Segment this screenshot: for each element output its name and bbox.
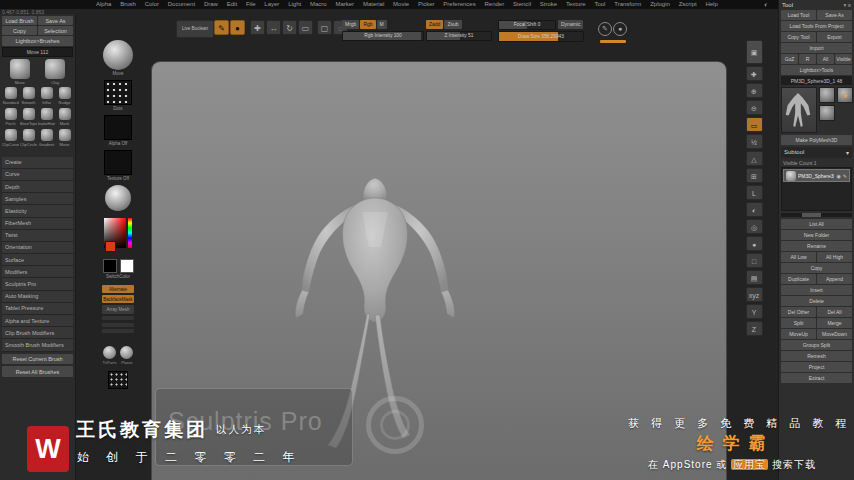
brush-size-slider[interactable]: Move 112	[2, 47, 73, 57]
brush-thumb[interactable]: MoveTopo	[20, 107, 37, 127]
eye-icon[interactable]: ◉	[836, 173, 840, 179]
menu-item[interactable]: Material	[363, 0, 384, 9]
brush-section[interactable]: Smooth Brush Modifiers	[2, 339, 73, 351]
backface-mask-button[interactable]: BackfaceMask	[102, 295, 134, 303]
subtool-list-item[interactable]: PM3D_Sphere3D ◉ ✎	[783, 169, 850, 182]
tool-thumb-mannequin[interactable]	[819, 87, 835, 103]
menu-item[interactable]: Render	[485, 0, 505, 9]
rotate-icon[interactable]: ↻	[282, 20, 297, 35]
frame-mesh-icon[interactable]: □	[746, 253, 763, 268]
rgb-intensity-slider[interactable]: Rgb Intensity 100	[342, 31, 424, 41]
menu-item[interactable]: Layer	[264, 0, 279, 9]
menu-icon[interactable]: ≡	[848, 2, 851, 8]
brush-thumb[interactable]: Clay	[45, 59, 65, 85]
persp-icon[interactable]: △	[746, 151, 763, 166]
subtool-button[interactable]: List All	[781, 219, 852, 229]
menu-item[interactable]: Brush	[120, 0, 136, 9]
save-tool-button[interactable]: Save As	[817, 10, 852, 20]
subtool-button[interactable]: All Low	[781, 252, 816, 262]
menu-item[interactable]: Help	[705, 0, 717, 9]
shelf-bottom-thumb[interactable]: Planar	[120, 346, 133, 365]
lightbox-tools-button[interactable]: Lightbox>Tools	[781, 65, 852, 75]
frame-icon[interactable]: ▭	[298, 20, 313, 35]
color-picker[interactable]	[104, 218, 132, 248]
m-button[interactable]: M	[377, 20, 387, 29]
brush-section[interactable]: Tablet Pressure	[2, 303, 73, 315]
mrgb-button[interactable]: Mrgb	[342, 20, 359, 29]
brush-section[interactable]: FiberMesh	[2, 218, 73, 230]
pen-pressure-icon[interactable]: ✎	[598, 22, 612, 36]
subtool-button[interactable]: All High	[817, 252, 852, 262]
menu-item[interactable]: Edit	[227, 0, 237, 9]
zsub-button[interactable]: Zsub	[444, 20, 461, 29]
menu-item[interactable]: Zplugin	[650, 0, 670, 9]
menu-item[interactable]: Stencil	[513, 0, 531, 9]
subtool-button[interactable]: MoveUp	[781, 329, 816, 339]
brush-section[interactable]: Orientation	[2, 242, 73, 254]
paint-icon[interactable]: ✎	[843, 173, 847, 179]
zoom-out-icon[interactable]: ⊖	[746, 100, 763, 115]
copy-brush-button[interactable]: Copy	[2, 26, 37, 35]
subtool-button[interactable]: Remesh	[781, 351, 852, 361]
subtool-button[interactable]: Insert	[781, 285, 852, 295]
z-axis-icon[interactable]: Z	[746, 321, 763, 336]
brush-thumb[interactable]: Inflat	[38, 86, 55, 106]
brush-section[interactable]: Clip Brush Modifiers	[2, 327, 73, 339]
material-sphere-thumb[interactable]	[105, 185, 131, 211]
lightbox-brushes-button[interactable]: Lightbox>Brushes	[2, 36, 73, 45]
brush-thumb[interactable]: Move	[10, 59, 30, 85]
panel-toggle-icon[interactable]: ◐	[764, 0, 768, 9]
z-intensity-slider[interactable]: Z Intensity 51	[426, 31, 492, 41]
subtool-button[interactable]: Copy	[781, 263, 852, 273]
brush-thumb[interactable]: ClipCircle	[20, 128, 37, 148]
menu-item[interactable]: Document	[168, 0, 195, 9]
menu-item[interactable]: Light	[288, 0, 301, 9]
subtool-button[interactable]: Rename	[781, 241, 852, 251]
dynamic-button[interactable]: Dynamic	[558, 20, 583, 29]
goz-visible-button[interactable]: Visible	[835, 54, 852, 64]
menu-item[interactable]: Alpha	[96, 0, 111, 9]
floor-icon[interactable]: ⊞	[746, 168, 763, 183]
brush-thumb[interactable]: Smooth	[20, 86, 37, 106]
menu-item[interactable]: Marker	[335, 0, 354, 9]
import-tool-button[interactable]: Import	[781, 43, 852, 53]
brush-thumb[interactable]: ClipCurve	[2, 128, 19, 148]
brush-thumb[interactable]: Nudge	[56, 86, 73, 106]
draw-pointer-icon[interactable]: ●	[230, 20, 245, 35]
actual-size-icon[interactable]: ▭	[746, 117, 763, 132]
rgb-button[interactable]: Rgb	[360, 20, 375, 29]
hue-strip[interactable]	[128, 218, 132, 248]
alpha-thumb[interactable]	[104, 115, 132, 140]
goz-button[interactable]: GoZ	[781, 54, 798, 64]
goz-all-button[interactable]: All	[817, 54, 834, 64]
subtool-section-title[interactable]: Subtool	[784, 149, 804, 156]
goz-r-button[interactable]: R	[799, 54, 816, 64]
menu-item[interactable]: Macro	[310, 0, 327, 9]
brush-section[interactable]: Sculptris Pro	[2, 278, 73, 290]
menu-item[interactable]: Stroke	[540, 0, 557, 9]
brush-thumb[interactable]: Mask	[56, 107, 73, 127]
reset-all-brushes-button[interactable]: Reset All Brushes	[2, 366, 73, 377]
brush-section[interactable]: Auto Masking	[2, 291, 73, 303]
copy-tool-button[interactable]: Copy Tool	[781, 32, 816, 42]
subtool-button[interactable]: Groups Split	[781, 340, 852, 350]
menu-item[interactable]: Transform	[614, 0, 641, 9]
subtool-button[interactable]: Del Other	[781, 307, 816, 317]
brush-section[interactable]: Elasticity	[2, 205, 73, 217]
load-tool-button[interactable]: Load Tool	[781, 10, 816, 20]
subtool-button[interactable]: Project	[781, 362, 852, 372]
make-polymesh3d-button[interactable]: Make PolyMesh3D	[781, 135, 852, 145]
edit-object-icon[interactable]: ✎	[214, 20, 229, 35]
subtool-button[interactable]: Duplicate	[781, 274, 816, 284]
subtool-button[interactable]: Del All	[817, 307, 852, 317]
menu-item[interactable]: Zscript	[679, 0, 697, 9]
subtool-button[interactable]: Append	[817, 274, 852, 284]
local-sym-icon[interactable]: L	[746, 185, 763, 200]
y-axis-icon[interactable]: Y	[746, 304, 763, 319]
scale-icon[interactable]: ↔	[266, 20, 281, 35]
sel-rect-icon[interactable]: ▢	[317, 20, 332, 35]
array-mesh-button[interactable]: Array Mesh	[102, 305, 134, 313]
focal-shift-slider[interactable]: Focal Shift 0	[498, 20, 556, 30]
texture-thumb[interactable]	[104, 150, 132, 175]
brush-section[interactable]: Surface	[2, 254, 73, 266]
